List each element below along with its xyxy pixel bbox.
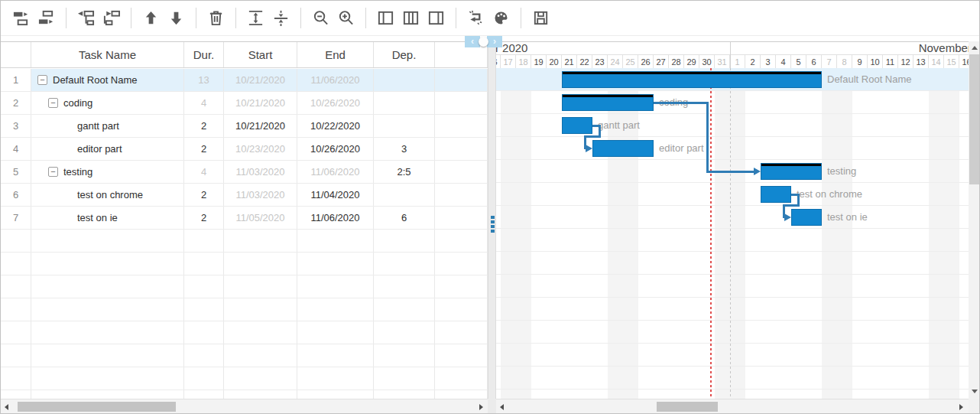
delete-task-button[interactable] [203,5,229,31]
day-header-cell: 10 [868,55,883,69]
cell-dep[interactable]: 6 [374,207,435,229]
color-palette-button[interactable] [488,5,514,31]
cell-name[interactable]: test on chrome [31,184,184,206]
cell-start[interactable]: 10/21/2020 [224,115,297,137]
collapse-right-icon[interactable]: › [487,36,502,47]
vertical-scrollbar[interactable] [969,41,980,399]
cell-end[interactable]: 11/06/2020 [297,161,374,183]
cell-blank[interactable] [435,69,488,91]
cell-start[interactable]: 11/03/2020 [224,184,297,206]
empty-cell [374,367,435,390]
collapse-toggle-icon[interactable]: − [48,167,58,177]
cell-end[interactable]: 10/22/2020 [297,115,374,137]
cell-blank[interactable] [435,207,488,229]
cell-name[interactable]: editor part [31,138,184,160]
scroll-right-icon[interactable] [959,404,963,410]
cell-dep[interactable] [374,184,435,206]
cell-dep[interactable] [374,115,435,137]
table-row[interactable]: 5−testing411/03/202011/06/20202:5 [1,161,488,184]
cell-end[interactable]: 10/26/2020 [297,138,374,160]
table-row[interactable]: 7test on ie211/05/202011/06/20206 [1,207,488,230]
table-row[interactable]: 1−Default Root Name1310/21/202011/06/202… [1,69,488,92]
collapse-toggle-icon[interactable]: − [48,98,58,108]
gantt-scrollbar-thumb[interactable] [657,402,718,412]
move-task-down-button[interactable] [164,5,189,31]
cell-start[interactable]: 10/21/2020 [224,92,297,114]
cell-dep[interactable] [374,69,435,91]
cell-blank[interactable] [435,115,488,137]
cell-dep[interactable] [374,92,435,114]
cell-name[interactable]: −testing [31,161,184,183]
cell-blank[interactable] [435,184,488,206]
task-name-label: test on ie [77,212,118,223]
cell-end[interactable]: 11/06/2020 [297,207,374,229]
table-scrollbar-thumb[interactable] [18,402,176,412]
cell-dur[interactable]: 13 [184,69,224,91]
table-row[interactable]: 3gantt part210/21/202010/22/2020 [1,115,488,138]
splitter-grip-icon[interactable] [479,37,488,47]
table-row[interactable]: 4editor part210/23/202010/26/20203 [1,138,488,161]
indent-task-button[interactable] [99,5,124,31]
gantt-bar[interactable] [562,117,592,134]
table-horizontal-scrollbar[interactable] [1,399,488,414]
gantt-horizontal-scrollbar[interactable] [496,399,969,414]
gantt-bar[interactable] [761,186,791,203]
cell-dur[interactable]: 4 [184,92,224,114]
cell-start[interactable]: 10/21/2020 [224,69,297,91]
cell-start[interactable]: 10/23/2020 [224,138,297,160]
zoom-in-button[interactable] [333,5,359,31]
cell-blank[interactable] [435,92,488,114]
empty-cell [1,321,31,344]
outdent-task-button[interactable] [73,5,99,31]
cell-dur[interactable]: 2 [184,184,224,206]
cell-name[interactable]: −coding [31,92,184,114]
cell-name[interactable]: −Default Root Name [31,69,184,91]
cell-end[interactable]: 11/04/2020 [297,184,374,206]
add-task-below-button[interactable] [34,5,59,31]
vertical-scrollbar-thumb[interactable] [969,54,979,184]
collapse-all-button[interactable] [268,5,294,31]
cell-name[interactable]: gantt part [31,115,184,137]
layout-table-only-button[interactable] [373,5,398,31]
expand-all-button[interactable] [243,5,268,31]
collapse-toggle-icon[interactable]: − [37,75,47,85]
cell-blank[interactable] [435,138,488,160]
gantt-bar[interactable] [592,140,654,157]
critical-path-button[interactable] [463,5,488,31]
layout-split-button[interactable] [398,5,423,31]
cell-end[interactable]: 11/06/2020 [297,69,374,91]
cell-dur[interactable]: 2 [184,207,224,229]
gantt-bar[interactable] [791,209,822,226]
cell-name[interactable]: test on ie [31,207,184,229]
save-button[interactable] [528,5,553,31]
gantt-bar[interactable] [562,94,654,111]
cell-blank[interactable] [435,161,488,183]
scroll-left-icon[interactable] [5,404,8,410]
cell-dur[interactable]: 4 [184,161,224,183]
cell-dur[interactable]: 2 [184,115,224,137]
zoom-out-button[interactable] [308,5,333,31]
scroll-up-icon[interactable] [972,46,978,50]
cell-start[interactable]: 11/05/2020 [224,207,297,229]
scroll-left-icon[interactable] [500,404,504,410]
empty-cell [435,321,488,344]
cell-start[interactable]: 11/03/2020 [224,161,297,183]
add-task-above-button[interactable] [8,5,34,31]
empty-cell [31,321,184,344]
scroll-right-icon[interactable] [479,404,483,410]
collapse-left-icon[interactable]: ‹ [465,36,480,47]
cell-dep[interactable]: 2:5 [374,161,435,183]
splitter-drag-dots-icon[interactable] [491,216,495,234]
layout-gantt-only-button[interactable] [423,5,449,31]
empty-table-row [1,275,488,298]
scroll-down-icon[interactable] [972,390,978,393]
table-row[interactable]: 6test on chrome211/03/202011/04/2020 [1,184,488,207]
move-task-up-button[interactable] [138,5,164,31]
gantt-bar[interactable] [562,71,822,88]
empty-table-row [1,230,488,253]
cell-dep[interactable]: 3 [374,138,435,160]
gantt-bar[interactable] [761,163,822,180]
table-row[interactable]: 2−coding410/21/202010/26/2020 [1,92,488,115]
cell-end[interactable]: 10/26/2020 [297,92,374,114]
cell-dur[interactable]: 2 [184,138,224,160]
